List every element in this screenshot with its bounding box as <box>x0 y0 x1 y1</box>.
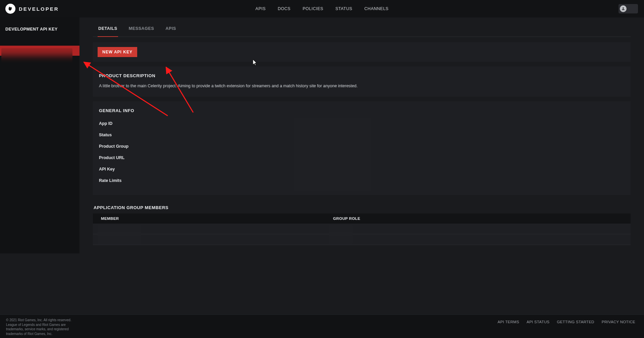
nav-channels[interactable]: CHANNELS <box>364 6 388 11</box>
col-role: GROUP ROLE <box>333 216 360 221</box>
members-heading: APPLICATION GROUP MEMBERS <box>94 205 631 210</box>
footer-links: API TERMS API STATUS GETTING STARTED PRI… <box>497 318 635 324</box>
nav-docs[interactable]: DOCS <box>278 6 290 11</box>
product-description-text: A little brother to the main Celerity pr… <box>99 83 625 89</box>
footer-link-privacy[interactable]: PRIVACY NOTICE <box>602 320 635 324</box>
tab-apis[interactable]: APIS <box>165 26 176 37</box>
user-avatar-icon <box>620 5 627 12</box>
footer-link-getting-started[interactable]: GETTING STARTED <box>557 320 594 324</box>
general-info-heading: GENERAL INFO <box>99 108 625 113</box>
user-menu[interactable] <box>619 4 638 13</box>
brand-logo[interactable]: DEVELOPER <box>5 4 59 14</box>
new-api-key-button[interactable]: NEW API KEY <box>98 47 137 57</box>
fist-icon <box>5 4 15 14</box>
label-api-key: API Key <box>99 167 297 172</box>
nav-status[interactable]: STATUS <box>335 6 352 11</box>
col-member: MEMBER <box>101 216 333 221</box>
sidebar-item[interactable] <box>0 36 79 46</box>
brand-text: DEVELOPER <box>19 6 59 12</box>
action-bar: NEW API KEY <box>93 42 631 62</box>
sidebar-item[interactable] <box>0 56 79 66</box>
label-product-url: Product URL <box>99 155 297 160</box>
nav-policies[interactable]: POLICIES <box>303 6 323 11</box>
table-row <box>93 224 631 234</box>
tab-messages[interactable]: MESSAGES <box>129 26 154 37</box>
sidebar-item-active[interactable] <box>0 46 79 56</box>
general-info-panel: GENERAL INFO App ID Status Product Group… <box>93 101 631 195</box>
tab-details[interactable]: DETAILS <box>98 26 117 37</box>
footer-copyright: © 2021 Riot Games, Inc. All rights reser… <box>6 318 83 336</box>
table-row <box>93 234 631 245</box>
members-table: MEMBER GROUP ROLE <box>93 213 631 245</box>
label-status: Status <box>99 133 297 137</box>
top-header: DEVELOPER APIS DOCS POLICIES STATUS CHAN… <box>0 0 644 17</box>
label-product-group: Product Group <box>99 144 297 149</box>
footer-link-terms[interactable]: API TERMS <box>497 320 519 324</box>
nav-apis[interactable]: APIS <box>256 6 266 11</box>
footer-link-status[interactable]: API STATUS <box>527 320 549 324</box>
footer: © 2021 Riot Games, Inc. All rights reser… <box>0 315 644 338</box>
sidebar-heading: DEVELOPMENT API KEY <box>0 27 79 36</box>
sidebar: DEVELOPMENT API KEY <box>0 17 79 253</box>
content-area: DETAILS MESSAGES APIS NEW API KEY PRODUC… <box>79 17 644 253</box>
label-app-id: App ID <box>99 121 297 126</box>
label-rate-limits: Rate Limits <box>99 178 297 183</box>
svg-point-0 <box>623 7 624 9</box>
product-description-panel: PRODUCT DESCRIPTION A little brother to … <box>93 66 631 97</box>
content-tabs: DETAILS MESSAGES APIS <box>93 26 631 37</box>
sidebar-item[interactable] <box>0 76 79 86</box>
product-description-heading: PRODUCT DESCRIPTION <box>99 73 625 78</box>
sidebar-item[interactable] <box>0 66 79 76</box>
top-nav: APIS DOCS POLICIES STATUS CHANNELS <box>256 6 389 11</box>
